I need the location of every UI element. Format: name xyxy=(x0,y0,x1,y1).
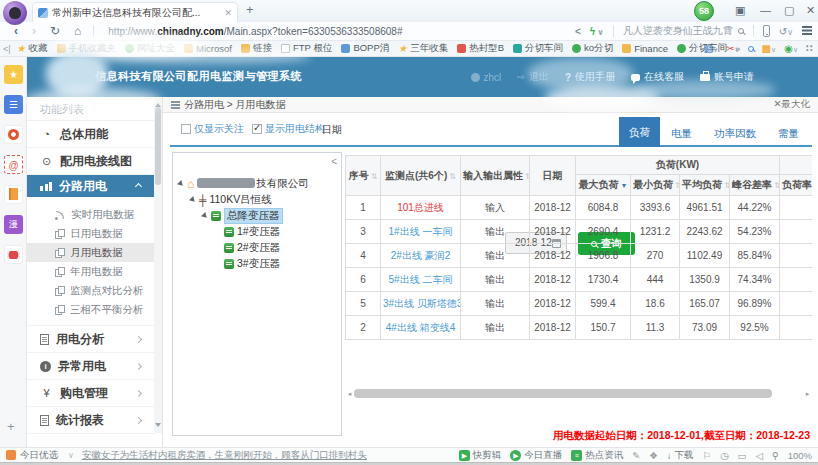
tree-node[interactable]: 3#变压器 xyxy=(179,256,341,271)
bookmark-item[interactable]: ★三年收集 xyxy=(398,42,448,55)
cell-monitor-point-link[interactable]: 3#出线 贝斯塔德3 xyxy=(381,292,461,316)
tree-node-label[interactable]: 2#变压器 xyxy=(237,241,280,255)
screenshot-icon[interactable]: ▧∨ xyxy=(704,43,719,54)
screenshot-at-icon[interactable]: @ xyxy=(4,155,23,174)
tree-node[interactable]: ╪110KV吕恒线 xyxy=(179,192,341,207)
tree-node[interactable]: 总降变压器 xyxy=(179,208,341,223)
undo-history-icon[interactable]: ↺∨ xyxy=(779,26,793,37)
service-link[interactable]: 在线客服 xyxy=(631,70,684,84)
notebook-icon[interactable] xyxy=(4,185,23,204)
back-icon[interactable]: ‹ xyxy=(14,23,18,40)
cell-monitor-point-link[interactable]: 4#出线 箱变线4 xyxy=(381,316,461,340)
flag-icon[interactable]: ⚐ xyxy=(703,450,712,461)
tree-node-label[interactable]: 3#变压器 xyxy=(237,257,280,271)
col-peak-valley-rate[interactable]: 峰谷差率⇅ xyxy=(730,175,780,196)
tree-node[interactable]: ⌂技有限公司 xyxy=(179,176,341,191)
url-field[interactable]: http://www.chinadny.com/Main.aspx?token=… xyxy=(108,26,402,37)
tree-node-label[interactable]: 技有限公司 xyxy=(197,177,309,191)
col-date[interactable]: 日期 xyxy=(530,156,576,196)
bookmark-item[interactable]: Microsof xyxy=(184,43,232,54)
sidebar-item-异常用电[interactable]: i异常用电 xyxy=(27,353,155,380)
sort-icon[interactable]: ⇅ xyxy=(449,172,456,181)
sort-icon[interactable]: ⇅ xyxy=(371,172,378,181)
sidebar-subitem-三相不平衡分析[interactable]: 三相不平衡分析 xyxy=(27,300,155,319)
new-tab-button[interactable]: + xyxy=(246,2,254,17)
search-box[interactable]: 凡人逆袭变身仙王战九霄 xyxy=(623,24,744,38)
tab-电量[interactable]: 电量 xyxy=(660,119,703,147)
manual-link[interactable]: ?使用手册 xyxy=(565,70,615,84)
tree-node-label[interactable]: 110KV吕恒线 xyxy=(209,193,271,207)
bookmark-item[interactable]: 链接 xyxy=(241,42,272,55)
sort-icon[interactable]: ⇅ xyxy=(724,181,730,190)
table-row[interactable]: 1101总进线输入2018-126084.83393.64961.5144.22… xyxy=(346,196,813,220)
bookmark-item[interactable]: ko分切 xyxy=(572,42,613,55)
scroll-right-icon[interactable]: ▸ xyxy=(803,390,812,398)
bookmark-item[interactable]: Finance xyxy=(622,43,668,54)
tree-toggle-icon[interactable] xyxy=(177,180,187,190)
sort-icon[interactable]: ⇅ xyxy=(525,172,530,181)
home-icon[interactable]: ⌂ xyxy=(74,23,81,40)
bookmark-item[interactable]: FTP 根位 xyxy=(281,42,332,55)
scroll-left-icon[interactable]: ◂ xyxy=(345,390,354,398)
account-link[interactable]: 账号申请 xyxy=(700,70,754,84)
cell-monitor-point-link[interactable]: 2#出线 豪润2 xyxy=(381,244,461,268)
status-item-热点资讯[interactable]: ≡热点资讯 xyxy=(571,449,623,462)
speed-ball[interactable]: 58 xyxy=(694,1,714,21)
scrollbar-thumb[interactable] xyxy=(155,107,161,185)
wallet-icon[interactable]: ▩∨ xyxy=(762,43,777,54)
sidebar-item-配用电接线图[interactable]: ⊙配用电接线图 xyxy=(27,148,155,175)
bookmark-item[interactable]: BOPP消 xyxy=(341,42,389,55)
daily-pick-icon[interactable] xyxy=(6,450,16,460)
download-button[interactable]: ↓下载 xyxy=(667,449,694,462)
sort-icon[interactable]: ⇅ xyxy=(675,181,680,190)
sidebar-subitem-实时用电数据[interactable]: 实时用电数据 xyxy=(27,205,155,224)
table-row[interactable]: 24#出线 箱变线4输出2018-12150.711.373.0992.5% xyxy=(346,316,813,340)
col-min-load[interactable]: 最小负荷⇅ xyxy=(631,175,680,196)
sidebar-subitem-月用电数据[interactable]: 月用电数据 xyxy=(27,243,155,262)
user-menu[interactable]: zhcl xyxy=(471,72,502,83)
chevron-down-icon[interactable]: ∨ xyxy=(68,451,74,460)
news-feed-icon[interactable]: ☰ xyxy=(4,95,23,114)
col-seq[interactable]: 序号⇅ xyxy=(346,156,381,196)
browser-tab[interactable]: 常州新申达信息科技有限公司配... ✕ xyxy=(32,2,238,22)
shield-icon[interactable]: ◉∨ xyxy=(784,43,798,54)
status-item-今日直播[interactable]: ▶今日直播 xyxy=(510,449,562,462)
table-row[interactable]: 42#出线 豪润2输出2018-121906.82701102.4985.84% xyxy=(346,244,813,268)
search-icon[interactable] xyxy=(738,28,744,34)
mute-icon[interactable]: ◁ xyxy=(755,450,762,461)
bookmark-item[interactable]: 网址大全 xyxy=(125,42,175,55)
tab-功率因数[interactable]: 功率因数 xyxy=(703,119,767,147)
tab-需量[interactable]: 需量 xyxy=(767,119,810,147)
bookmark-item[interactable]: 手机收藏夹 xyxy=(57,42,117,55)
bookmarks-collapse-icon[interactable]: <| xyxy=(3,44,11,54)
maximize-button[interactable]: ✕最大化 xyxy=(774,98,810,111)
window-icon[interactable]: ▭ xyxy=(737,450,746,461)
logout-button[interactable]: ⇨退出 xyxy=(517,70,549,84)
add-panel-icon[interactable]: + xyxy=(7,419,15,434)
hscroll-thumb[interactable] xyxy=(354,389,772,398)
col-load-rate[interactable]: 负荷率 xyxy=(780,175,812,196)
tree-node-label[interactable]: 总降变压器 xyxy=(224,208,283,224)
phone-sync-icon[interactable] xyxy=(763,25,770,37)
skin-button-icon[interactable]: ▣ xyxy=(735,4,745,17)
sidebar-item-购电管理[interactable]: ¥购电管理 xyxy=(27,380,155,407)
pen-icon[interactable]: ✎ xyxy=(632,450,640,461)
tree-collapse-icon[interactable]: < xyxy=(331,156,337,167)
sort-icon[interactable]: ⇅ xyxy=(774,181,780,190)
sidebar-item-分路用电[interactable]: 分路用电 xyxy=(27,175,155,197)
tree-node[interactable]: 2#变压器 xyxy=(179,240,341,255)
cell-monitor-point-link[interactable]: 1#出线 一车间 xyxy=(381,220,461,244)
sidebar-subitem-年用电数据[interactable]: 年用电数据 xyxy=(27,262,155,281)
zoom-level[interactable]: 100% xyxy=(788,450,812,461)
sidebar-scrollbar[interactable] xyxy=(154,97,162,433)
col-point[interactable]: 监测点(共6个)⇅ xyxy=(381,156,461,196)
table-row[interactable]: 31#出线 一车间输出2018-122690.41231.22243.6254.… xyxy=(346,220,813,244)
tree-toggle-icon[interactable] xyxy=(201,212,211,222)
restore-icon[interactable]: ▢ xyxy=(784,4,794,17)
menu-icon[interactable] xyxy=(802,26,812,28)
show-structure-checkbox[interactable]: 显示用电结构 xyxy=(252,122,325,136)
forward-icon[interactable]: › xyxy=(32,23,36,40)
zoom-icon[interactable]: ⚲ xyxy=(772,450,779,461)
news-ticker-link[interactable]: 安徽女子为生活村内租房卖酒，生意刚刚开始，顾客从门口排到村头 xyxy=(82,449,367,462)
checkbox-icon[interactable] xyxy=(181,124,191,134)
